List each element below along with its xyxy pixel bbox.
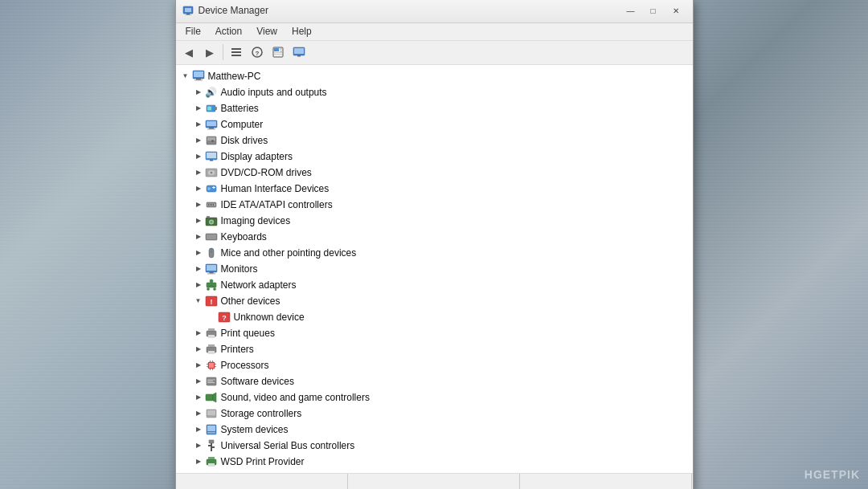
tree-item[interactable]: ▶Batteries [176, 100, 693, 116]
tree-item[interactable]: ▶Printers [176, 341, 693, 357]
expander-icon[interactable]: ▶ [192, 118, 205, 131]
device-tree[interactable]: ▼ Matthew-PC ▶🔊Audio inputs and outputs▶… [176, 65, 693, 473]
expander-icon[interactable]: ▶ [192, 391, 205, 404]
tree-item-label: Batteries [221, 103, 259, 114]
expander-icon[interactable]: ▶ [192, 407, 205, 420]
close-button[interactable]: ✕ [665, 2, 686, 18]
svg-rect-19 [194, 71, 203, 77]
svg-point-51 [210, 221, 212, 223]
svg-rect-94 [206, 394, 213, 401]
expander-root[interactable]: ▼ [179, 70, 192, 83]
menu-view[interactable]: View [250, 23, 284, 39]
tree-item[interactable]: ▶Imaging devices [176, 213, 693, 229]
tree-item[interactable]: ▶Processors [176, 357, 693, 373]
tree-item[interactable]: ▶Print queues [176, 325, 693, 341]
tree-item[interactable]: ▶Display adapters [176, 149, 693, 165]
tree-item[interactable]: ▶Computer [176, 116, 693, 132]
expander-icon[interactable]: ▼ [192, 295, 205, 308]
svg-rect-109 [208, 463, 215, 467]
svg-rect-87 [212, 361, 213, 362]
menu-help[interactable]: Help [285, 23, 318, 39]
back-button[interactable]: ◀ [179, 43, 199, 62]
svg-rect-10 [274, 48, 279, 51]
menu-action[interactable]: Action [209, 23, 248, 39]
expander-icon[interactable]: ▶ [192, 439, 205, 452]
tree-item[interactable]: ▶Sound, video and game controllers [176, 389, 693, 405]
tree-item[interactable]: ▶Human Interface Devices [176, 181, 693, 197]
expander-icon[interactable] [205, 311, 218, 324]
tree-item[interactable]: ▶Network adapters [176, 277, 693, 293]
minimize-button[interactable]: — [620, 2, 641, 18]
tree-item-label: Display adapters [221, 151, 293, 162]
status-left [176, 474, 348, 490]
tree-item[interactable]: ▶Monitors [176, 261, 693, 277]
svg-marker-95 [213, 393, 216, 402]
battery-icon [205, 102, 218, 115]
expander-icon[interactable]: ▶ [192, 214, 205, 227]
tree-item[interactable]: ▶WSD Print Provider [176, 454, 693, 470]
tree-item[interactable]: ▶DVD/CD-ROM drives [176, 165, 693, 181]
svg-rect-53 [207, 234, 216, 235]
monitor-button[interactable] [289, 43, 309, 62]
svg-rect-106 [211, 446, 215, 448]
tree-item[interactable]: ▶Keyboards [176, 229, 693, 245]
svg-rect-23 [215, 107, 217, 110]
svg-rect-13 [274, 52, 282, 53]
tree-item-label: Storage controllers [221, 408, 302, 419]
svg-rect-11 [280, 48, 282, 50]
svg-rect-88 [210, 369, 211, 370]
svg-rect-81 [209, 363, 214, 368]
tree-item[interactable]: ▶Universal Serial Bus controllers [176, 438, 693, 454]
help-button[interactable]: ? [248, 43, 267, 62]
expander-icon[interactable]: ▶ [192, 359, 205, 372]
tree-item[interactable]: ▶Mice and other pointing devices [176, 245, 693, 261]
svg-rect-34 [210, 160, 213, 161]
svg-rect-1 [185, 8, 191, 12]
expander-icon[interactable]: ▶ [192, 247, 205, 259]
svg-point-64 [210, 279, 213, 283]
svg-point-37 [210, 171, 212, 173]
svg-rect-62 [207, 273, 215, 274]
tree-item[interactable]: ▶IDE ATA/ATAPI controllers [176, 197, 693, 213]
forward-button[interactable]: ▶ [200, 43, 219, 62]
menu-file[interactable]: File [179, 23, 207, 39]
expander-icon[interactable]: ▶ [192, 182, 205, 195]
svg-rect-26 [207, 121, 216, 126]
tree-item[interactable]: ?Unknown device [176, 309, 693, 325]
expander-icon[interactable]: ▶ [192, 198, 205, 211]
tree-item[interactable]: ▶Storage controllers [176, 405, 693, 422]
expander-icon[interactable]: ▶ [192, 375, 205, 388]
root-label: Matthew-PC [208, 71, 261, 82]
tree-item-label: Sound, video and game controllers [221, 392, 370, 403]
expander-icon[interactable]: ▶ [192, 230, 205, 243]
svg-rect-101 [207, 426, 215, 431]
properties-button[interactable] [268, 43, 288, 62]
expander-icon[interactable]: ▶ [192, 102, 205, 115]
expander-icon[interactable]: ▶ [192, 134, 205, 147]
expander-icon[interactable]: ▶ [192, 263, 205, 275]
tree-item[interactable]: ▼!Other devices [176, 293, 693, 309]
expander-icon[interactable]: ▶ [192, 279, 205, 291]
expander-icon[interactable]: ▶ [192, 150, 205, 163]
expander-icon[interactable]: ▶ [192, 423, 205, 436]
tree-item[interactable]: ▶Disk drives [176, 132, 693, 149]
expander-icon[interactable]: ▶ [192, 166, 205, 179]
maximize-button[interactable]: □ [643, 2, 664, 18]
status-right [520, 474, 692, 490]
disk-icon [205, 134, 218, 147]
tree-root[interactable]: ▼ Matthew-PC [176, 68, 693, 84]
tree-item[interactable]: ▶System devices [176, 422, 693, 438]
tree-item[interactable]: ▶🔊Audio inputs and outputs [176, 84, 693, 100]
keyboard-icon [205, 230, 218, 243]
list-button[interactable] [227, 43, 246, 62]
print-icon [205, 327, 218, 340]
processor-icon [205, 359, 218, 372]
hid-icon [205, 182, 218, 195]
expander-icon[interactable]: ▶ [192, 86, 205, 99]
tree-item[interactable]: ▶Software devices [176, 373, 693, 389]
toolbar: ◀ ▶ ? [176, 41, 693, 65]
expander-icon[interactable]: ▶ [192, 343, 205, 356]
expander-icon[interactable]: ▶ [192, 327, 205, 340]
svg-text:?: ? [255, 50, 259, 57]
expander-icon[interactable]: ▶ [192, 455, 205, 468]
